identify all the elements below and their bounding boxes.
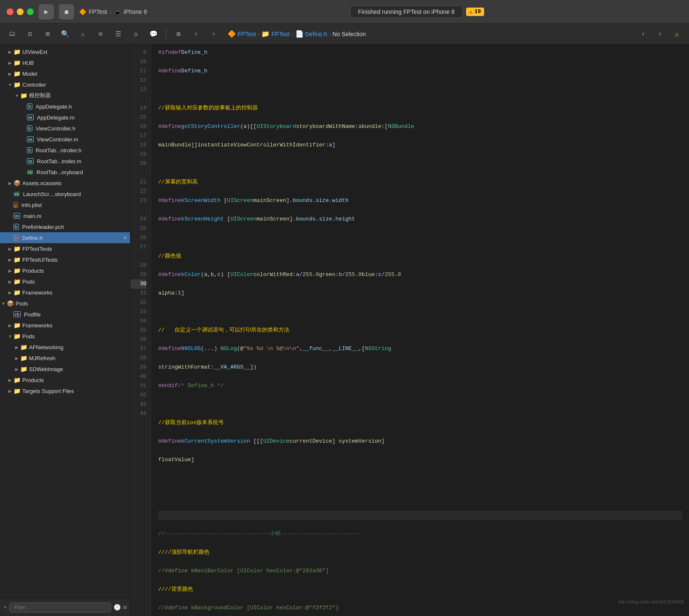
tree-item-main-m[interactable]: m main.m [0,210,130,221]
expand-icon: ▶ [7,268,13,273]
filter-input[interactable] [9,603,111,613]
comment-icon-btn[interactable]: 💬 [146,27,161,41]
tree-item-products1[interactable]: ▶ 📁 Products [0,265,130,276]
tree-item-assets[interactable]: ▶ 📦 Assets.xcassets [0,178,130,189]
list-icon-btn[interactable]: ☰ [111,27,125,41]
file-icon: m [27,158,34,164]
folder-bc-icon: 📁 [261,30,270,38]
tree-item-sdwebimage[interactable]: ▶ 📁 SDWebImage [0,364,130,374]
file-tree: ▶ 📁 UIViewExt ▶ 📁 HUB ▶ 📁 Model ▼ 📁 [0,45,130,598]
nav-fwd-btn[interactable]: › [207,27,221,41]
ln-39: 39 [130,363,146,372]
tree-item-define[interactable]: h Define.h A [0,232,130,243]
tree-item-pods-root[interactable]: ▼ 📦 Pods [0,298,130,309]
warning-tool-btn[interactable]: ⚠ [76,27,90,41]
file-icon: m [27,114,34,120]
file-icon: h [27,125,32,131]
tree-item-launchscr[interactable]: sb LaunchScr....storyboard [0,189,130,199]
tree-item-frameworks2[interactable]: ▶ 📁 Frameworks [0,320,130,331]
breadcrumb-define[interactable]: Define.h [305,31,327,37]
ln-16: 16 [130,122,146,131]
tree-item-appdelegate-h[interactable]: h AppDelegate.h [0,101,130,112]
tree-item-roottab-sb[interactable]: sb RootTab...oryboard [0,167,130,178]
stop-button[interactable]: ◼ [59,4,74,19]
tree-item-roottab-h[interactable]: h RootTab...ntroller.h [0,145,130,156]
tree-item-prefix[interactable]: h PrefixHeader.pch [0,221,130,232]
code-text[interactable]: #ifndef Define_h #define Define_h //获取输入… [151,45,689,616]
tree-item-controller[interactable]: ▼ 📁 Controller [0,79,130,90]
minimize-button[interactable] [17,8,24,15]
code-line [158,159,682,168]
tree-item-fptesttests[interactable]: ▶ 📁 FPTestTests [0,243,130,254]
tree-item-uiviewext[interactable]: ▶ 📁 UIViewExt [0,46,130,57]
nav-next-btn[interactable]: › [653,27,667,41]
code-editor: 9 10 11 12 13 14 15 16 17 18 19 20 21 22… [130,45,689,616]
tree-item-frameworks1[interactable]: ▶ 📁 Frameworks [0,287,130,298]
diff-icon-btn[interactable]: ⊘ [93,27,108,41]
ln-22: 22 [130,187,146,196]
tree-label: FPTestUITests [22,257,127,263]
tree-item-fptestuitests[interactable]: ▶ 📁 FPTestUITests [0,254,130,265]
tree-item-podfile[interactable]: rb Podfile [0,309,130,320]
folder-icon: 📦 [7,300,14,307]
fullscreen-button[interactable] [27,8,34,15]
tree-item-targets[interactable]: ▶ 📁 Targets Support Files [0,385,130,396]
tree-item-model[interactable]: ▶ 📁 Model [0,68,130,79]
folder-icon: 📁 [13,256,21,263]
breadcrumb-fptest1[interactable]: FPTest [238,31,256,37]
breadcrumb-noselection[interactable]: No Selection [332,31,366,37]
tree-label: RootTab...troller.m [37,158,127,165]
breadcrumb-fptest2[interactable]: FPTest [271,31,290,37]
ln-20b [130,168,146,178]
tree-item-hub[interactable]: ▶ 📁 HUB [0,57,130,68]
folder-icon: 📁 [13,70,21,77]
run-button[interactable]: ▶ [39,4,54,19]
tree-item-vc-h[interactable]: h ViewController.h [0,123,130,134]
warning-nav-icon[interactable]: ⚠ [670,27,684,41]
expand-icon: ▶ [7,50,13,54]
folder-icon: 📁 [13,388,21,394]
tree-item-appdelegate-m[interactable]: m AppDelegate.m [0,112,130,123]
ln-14: 14 [130,104,146,113]
device-icon: 📱 [114,8,121,15]
add-file-btn[interactable]: + [3,604,7,611]
tree-label: SDWebImage [29,366,127,372]
filter-icon[interactable]: ⊠ [123,604,127,611]
tree-item-pods2[interactable]: ▼ 📁 Pods [0,331,130,342]
tree-item-vc-m[interactable]: m ViewController.m [0,134,130,145]
tree-item-products2[interactable]: ▶ 📁 Products [0,374,130,385]
expand-icon: ▶ [7,247,13,251]
inspector-icon-btn[interactable]: ⊡ [23,27,37,41]
code-line: #endif /* Define_h */ [158,381,682,390]
ln-28: 28 [130,261,146,270]
folder-icon-btn[interactable]: 🗂 [5,27,19,41]
tree-label: Pods [22,333,127,340]
tree-label: AppDelegate.m [37,114,127,121]
tree-label: HUB [22,60,127,66]
close-button[interactable] [7,8,13,15]
tree-item-afnetworking[interactable]: ▶ 📁 AFNetworking [0,342,130,353]
tree-label: Products [22,268,127,274]
hierarchy-icon-btn[interactable]: ⊞ [40,27,55,41]
search-icon-btn[interactable]: 🔍 [58,27,72,41]
nav-back-btn[interactable]: ‹ [189,27,203,41]
warning-badge[interactable]: ⚠️ 19 [466,8,484,16]
tree-item-pods1[interactable]: ▶ 📁 Pods [0,276,130,287]
ln-15: 15 [130,113,146,122]
tree-item-infoplist[interactable]: p Info.plist [0,199,130,210]
ln-20: 20 [130,159,146,168]
folder-icon: 📁 [13,322,21,329]
tree-label: RootTab...ntroller.h [36,147,127,154]
watermark: http://blog.csdn.net/u012848426 [618,599,684,604]
breakpoint-icon-btn[interactable]: ◇ [129,27,143,41]
tree-item-root-ctrl[interactable]: ▼ 📁 根控制器 [0,90,130,101]
tree-item-roottab-m[interactable]: m RootTab...troller.m [0,156,130,167]
code-line [158,85,682,94]
warning-icon: ⚠️ [469,8,473,15]
grid-icon-btn[interactable]: ⊞ [171,27,186,41]
code-line: #define kColor(a,b,c) [UIColor colorWith… [158,270,682,279]
ln-29: 29 [130,270,146,279]
clock-icon[interactable]: 🕐 [114,604,121,611]
tree-item-mjrefresh[interactable]: ▶ 📁 MJRefresh [0,353,130,364]
nav-prev-btn[interactable]: ‹ [636,27,650,41]
